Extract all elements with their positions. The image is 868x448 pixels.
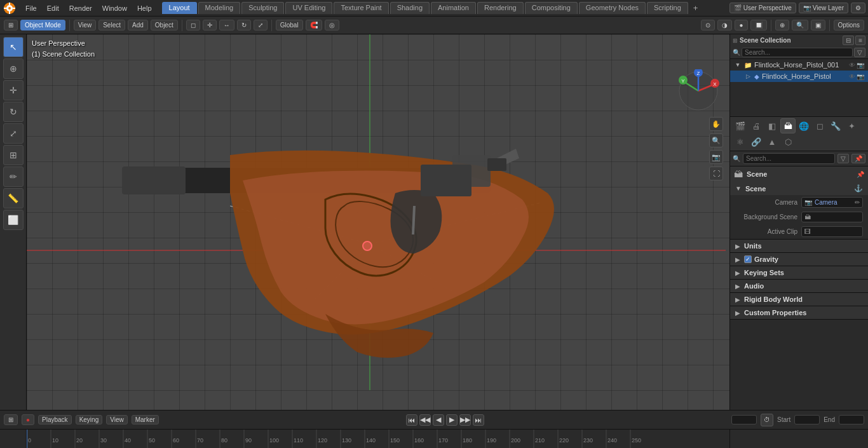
scene-selector[interactable]: 🎬 User Perspective — [729, 3, 796, 13]
tab-rendering[interactable]: Rendering — [477, 2, 524, 14]
constraints-props-icon[interactable]: 🔗 — [749, 134, 764, 149]
engine-selector[interactable]: ⚙ — [851, 3, 865, 13]
playback-menu[interactable]: Playback — [38, 415, 72, 424]
move-tool[interactable]: ↔ — [219, 20, 234, 31]
ruler-track[interactable]: 0 10 20 30 40 50 60 70 80 90 100 110 120 — [27, 430, 729, 448]
expand-arrow[interactable]: ▼ — [734, 62, 742, 68]
outliner-item-collection[interactable]: ▼ 📁 Flintlock_Horse_Pistol_001 👁 📷 — [730, 59, 868, 71]
audio-header[interactable]: ▶ Audio — [730, 280, 868, 292]
add-cube-tool[interactable]: ⬜ — [3, 210, 24, 230]
viewport-shading-4[interactable]: 🔲 — [750, 20, 767, 31]
step-back-btn[interactable]: ◀◀ — [419, 414, 431, 426]
tab-uv-editing[interactable]: UV Editing — [285, 2, 332, 14]
object-mode-dropdown[interactable]: Object Mode — [20, 20, 65, 31]
menu-edit[interactable]: Edit — [42, 3, 64, 13]
menu-help[interactable]: Help — [132, 3, 157, 13]
world-props-icon[interactable]: 🌐 — [796, 118, 811, 133]
object-props-icon[interactable]: ◻ — [812, 118, 827, 133]
visibility-icon[interactable]: 👁 — [849, 62, 855, 69]
expand-arrow-mesh[interactable]: ▷ — [744, 73, 752, 79]
tab-compositing[interactable]: Compositing — [525, 2, 578, 14]
scale-tool-sidebar[interactable]: ⤢ — [3, 123, 24, 144]
gravity-checkbox[interactable]: ✓ — [744, 255, 752, 263]
record-button[interactable]: ● — [22, 414, 34, 425]
custom-props-header[interactable]: ▶ Custom Properties — [730, 306, 868, 319]
camera-value[interactable]: 📷 Camera ✏ — [801, 197, 863, 208]
annotate-tool[interactable]: ✏ — [3, 166, 24, 187]
end-frame-input[interactable]: 250 — [839, 415, 864, 424]
navigation-gizmo[interactable]: X Y Z — [677, 69, 720, 112]
menu-render[interactable]: Render — [64, 3, 97, 13]
timeline-view-menu[interactable]: View — [106, 415, 128, 424]
background-scene-value[interactable]: 🏔 — [801, 212, 863, 222]
cursor-tool[interactable]: ✛ — [203, 20, 217, 31]
add-workspace-button[interactable]: + — [689, 2, 702, 14]
physics-props-icon[interactable]: ⚛ — [733, 134, 748, 149]
snap-toggle[interactable]: 🧲 — [306, 20, 322, 31]
overlay-toggle[interactable]: 🔍 — [792, 20, 808, 31]
play-btn[interactable]: ▶ — [446, 414, 458, 426]
scene-props-icon[interactable]: 🏔 — [780, 118, 796, 133]
viewport-shading-1[interactable]: ⊙ — [701, 20, 715, 31]
object-menu[interactable]: Object — [151, 20, 178, 31]
viewport-3d[interactable]: User Perspective (1) Scene Collection X … — [27, 34, 729, 410]
tab-animation[interactable]: Animation — [431, 2, 476, 14]
proportional-edit[interactable]: ◎ — [325, 20, 339, 31]
frame-rate-icon[interactable]: ⏱ — [761, 414, 773, 426]
tab-texture-paint[interactable]: Texture Paint — [334, 2, 388, 14]
scene-section-header[interactable]: 🏔 Scene 📌 — [730, 166, 868, 182]
viewport-zoom-icon[interactable]: 🔍 — [709, 133, 723, 147]
3d-cursor[interactable] — [362, 241, 372, 251]
camera-edit-btn[interactable]: ✏ — [855, 199, 860, 206]
rotate-tool[interactable]: ↻ — [237, 20, 251, 31]
tab-scripting[interactable]: Scripting — [647, 2, 688, 14]
item-visibility[interactable]: 👁 — [849, 73, 855, 80]
viewport-shading-3[interactable]: ● — [735, 20, 747, 31]
item-render[interactable]: 📷 — [857, 73, 864, 80]
view-layer-props-icon[interactable]: ◧ — [764, 118, 780, 133]
material-props-icon[interactable]: ⬡ — [780, 134, 796, 149]
viewport-fullscreen-icon[interactable]: ⛶ — [709, 166, 723, 180]
viewport-camera-icon[interactable]: 📷 — [709, 150, 723, 164]
scene-subsection-header[interactable]: ▼ Scene ⚓ — [730, 182, 868, 195]
outliner-search-input[interactable] — [742, 48, 853, 57]
tab-sculpting[interactable]: Sculpting — [241, 2, 284, 14]
marker-menu[interactable]: Marker — [132, 415, 159, 424]
select-tool[interactable]: ↖ — [3, 37, 24, 57]
rotate-tool-sidebar[interactable]: ↻ — [3, 102, 24, 122]
transform-tool[interactable]: ⊞ — [3, 145, 24, 165]
props-pin-btn[interactable]: 📌 — [851, 154, 865, 163]
timeline-ruler[interactable]: 0 10 20 30 40 50 60 70 80 90 100 110 120 — [0, 429, 868, 448]
tab-layout[interactable]: Layout — [162, 2, 197, 14]
measure-tool[interactable]: 📏 — [3, 188, 24, 208]
timeline-type-icon[interactable]: ⊞ — [4, 414, 18, 425]
view-layer-selector[interactable]: 📷 View Layer — [799, 3, 848, 13]
scale-tool[interactable]: ⤢ — [254, 20, 268, 31]
start-frame-input[interactable]: 1 — [794, 415, 820, 424]
output-props-icon[interactable]: 🖨 — [749, 118, 764, 133]
select-menu[interactable]: Select — [98, 20, 125, 31]
subsection-pin[interactable]: ⚓ — [854, 184, 863, 193]
jump-end-btn[interactable]: ⏭ — [473, 414, 484, 426]
viewport-type-icon[interactable]: ⊞ — [4, 20, 18, 31]
render-icon[interactable]: 📷 — [857, 62, 864, 69]
add-menu[interactable]: Add — [128, 20, 148, 31]
outliner-filter-btn[interactable]: ⊟ — [843, 36, 854, 45]
outliner-item-mesh[interactable]: ▷ ◆ Flintlock_Horse_Pistol 👁 📷 — [730, 71, 868, 82]
transform-orientation[interactable]: Global — [276, 20, 303, 31]
keying-menu[interactable]: Keying — [76, 415, 103, 424]
particles-props-icon[interactable]: ✦ — [844, 118, 859, 133]
menu-file[interactable]: File — [20, 3, 42, 13]
select-box-tool[interactable]: ◻ — [186, 20, 200, 31]
xray-toggle[interactable]: ▣ — [811, 20, 825, 31]
outliner-sort-btn[interactable]: ≡ — [855, 36, 865, 45]
properties-search-input[interactable] — [743, 153, 835, 164]
view-menu[interactable]: View — [74, 20, 97, 31]
render-props-icon[interactable]: 🎬 — [733, 118, 748, 133]
outliner-filter-icon[interactable]: ▽ — [854, 48, 865, 57]
jump-start-btn[interactable]: ⏮ — [406, 414, 417, 426]
data-props-icon[interactable]: ▲ — [764, 134, 780, 149]
props-filter-btn[interactable]: ▽ — [837, 154, 849, 163]
options-dropdown[interactable]: Options — [834, 20, 864, 31]
play-reverse-btn[interactable]: ◀ — [433, 414, 444, 426]
